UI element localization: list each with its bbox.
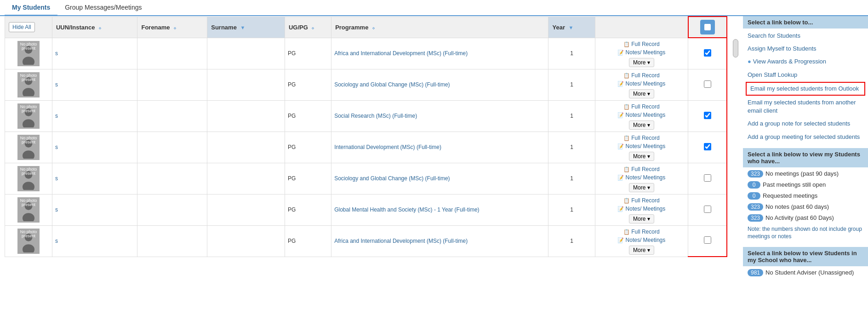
no-photo-label: No photo present xyxy=(17,230,40,239)
sidebar-stats: 323No meetings (past 90 days)0Past meeti… xyxy=(743,168,868,223)
stat-label: No notes (past 60 days) xyxy=(765,203,829,210)
more-button[interactable]: More ▾ xyxy=(629,89,654,98)
sidebar-stat-link[interactable]: 323No notes (past 60 days) xyxy=(748,203,829,210)
notes-meetings-link[interactable]: Notes/ Meetings xyxy=(598,80,685,88)
more-button[interactable]: More ▾ xyxy=(629,58,654,67)
students-table: Hide All UUN/Instance ⬦ Forename ⬦ Surna… xyxy=(5,16,727,257)
col-photo: Hide All xyxy=(5,17,52,38)
col-programme: Programme ⬦ xyxy=(331,17,548,38)
sidebar-email-other[interactable]: Email my selected students from another … xyxy=(743,96,868,117)
uun-link[interactable]: s xyxy=(55,238,58,244)
programme-link[interactable]: Africa and International Development (MS… xyxy=(334,50,468,57)
sidebar-group-meeting[interactable]: Add a group meeting for selected student… xyxy=(743,131,868,143)
row-checkbox[interactable] xyxy=(704,49,711,57)
col-surname: Surname ▼ xyxy=(207,17,285,38)
notes-meetings-link[interactable]: Notes/ Meetings xyxy=(598,205,685,213)
full-record-link[interactable]: Full Record xyxy=(598,165,685,173)
stat-badge: 0 xyxy=(748,192,760,200)
col-select xyxy=(688,17,727,38)
row-checkbox[interactable] xyxy=(704,236,711,244)
hide-all-button[interactable]: Hide All xyxy=(9,22,35,32)
forename-sort-icon[interactable]: ⬦ xyxy=(173,25,177,30)
sidebar-open-staff-lookup[interactable]: Open Staff Lookup xyxy=(743,69,868,81)
row-checkbox[interactable] xyxy=(704,80,711,88)
full-record-link[interactable]: Full Record xyxy=(598,71,685,80)
sidebar-view-awards[interactable]: ●View Awards & Progression xyxy=(743,55,868,68)
uun-link[interactable]: s xyxy=(55,50,58,57)
select-all-icon[interactable] xyxy=(700,20,715,34)
sidebar-stat-item: 0Past meetings still open xyxy=(743,179,868,190)
programme-link[interactable]: Africa and International Development (MS… xyxy=(334,238,468,244)
full-record-link[interactable]: Full Record xyxy=(598,103,685,111)
more-button[interactable]: More ▾ xyxy=(629,214,654,223)
uun-link[interactable]: s xyxy=(55,81,58,88)
col-actions xyxy=(595,17,688,38)
row-checkbox[interactable] xyxy=(704,174,711,182)
more-button[interactable]: More ▾ xyxy=(629,183,654,192)
notes-meetings-link[interactable]: Notes/ Meetings xyxy=(598,173,685,182)
row-checkbox[interactable] xyxy=(704,143,711,150)
full-record-link[interactable]: Full Record xyxy=(598,134,685,142)
more-button[interactable]: More ▾ xyxy=(629,152,654,161)
action-cell: Full Record Notes/ Meetings More ▾ xyxy=(595,225,688,257)
year-sort-icon[interactable]: ▼ xyxy=(569,25,574,30)
sidebar-stat-link[interactable]: 323No Activity (past 60 Days) xyxy=(748,214,834,221)
sidebar-assign-myself[interactable]: Assign Myself to Students xyxy=(743,42,868,55)
uun-link[interactable]: s xyxy=(55,113,58,119)
scrollbar-handle[interactable] xyxy=(733,39,738,57)
ugpg-sort-icon[interactable]: ⬦ xyxy=(311,25,314,30)
table-row: No photo present sPGSocial Research (MSc… xyxy=(5,100,727,132)
table-row: No photo present sPGAfrica and Internati… xyxy=(5,225,727,257)
no-photo-label: No photo present xyxy=(17,74,40,83)
sidebar-section1-header: Select a link below to... xyxy=(743,16,868,29)
full-record-link[interactable]: Full Record xyxy=(598,228,685,236)
avatar-cell: No photo present xyxy=(5,69,52,100)
ugpg-cell: PG xyxy=(285,100,331,132)
sidebar-stat-link[interactable]: 323No meetings (past 90 days) xyxy=(748,170,839,177)
programme-link[interactable]: Global Mental Health and Society (MSc) -… xyxy=(334,206,479,213)
sidebar-stat-link[interactable]: 0Requested meetings xyxy=(748,192,817,199)
programme-cell: Social Research (MSc) (Full-time) xyxy=(331,100,548,132)
notes-meetings-link[interactable]: Notes/ Meetings xyxy=(598,142,685,150)
uun-link[interactable]: s xyxy=(55,144,58,150)
nav-my-students[interactable]: My Students xyxy=(5,0,57,16)
sidebar-note: Note: the numbers shown do not include g… xyxy=(743,223,868,243)
programme-link[interactable]: Sociology and Global Change (MSc) (Full-… xyxy=(334,81,450,88)
uun-link[interactable]: s xyxy=(55,175,58,182)
sidebar-email-outlook[interactable]: Email my selected students from Outlook xyxy=(746,82,865,96)
sidebar-stat3-link[interactable]: 981No Student Adviser (Unassigned) xyxy=(748,269,854,276)
uun-link[interactable]: s xyxy=(55,206,58,213)
year-cell: 1 xyxy=(548,38,595,69)
sidebar-search-students[interactable]: Search for Students xyxy=(743,29,868,42)
sidebar: Select a link below to... Search for Stu… xyxy=(739,16,868,278)
more-button[interactable]: More ▾ xyxy=(629,120,654,130)
notes-meetings-link[interactable]: Notes/ Meetings xyxy=(598,236,685,244)
full-record-link[interactable]: Full Record xyxy=(598,40,685,48)
row-checkbox[interactable] xyxy=(704,206,711,213)
uun-cell: s xyxy=(52,225,137,257)
programme-link[interactable]: International Development (MSc) (Full-ti… xyxy=(334,144,441,150)
programme-sort-icon[interactable]: ⬦ xyxy=(372,25,375,30)
surname-sort-icon[interactable]: ▼ xyxy=(240,25,246,30)
nav-group-messages[interactable]: Group Messages/Meetings xyxy=(57,0,149,15)
svg-point-12 xyxy=(23,213,34,221)
stat-badge: 323 xyxy=(748,203,763,211)
checkbox-cell xyxy=(688,194,727,225)
notes-meetings-link[interactable]: Notes/ Meetings xyxy=(598,111,685,119)
sidebar-stat3-item: 981No Student Adviser (Unassigned) xyxy=(743,267,868,278)
uun-sort-icon[interactable]: ⬦ xyxy=(98,25,102,30)
notes-meetings-link[interactable]: Notes/ Meetings xyxy=(598,48,685,57)
svg-point-2 xyxy=(23,57,34,65)
year-cell: 1 xyxy=(548,100,595,132)
programme-link[interactable]: Social Research (MSc) (Full-time) xyxy=(334,113,417,119)
programme-link[interactable]: Sociology and Global Change (MSc) (Full-… xyxy=(334,175,450,182)
table-wrapper: Hide All UUN/Instance ⬦ Forename ⬦ Surna… xyxy=(5,16,727,257)
row-checkbox[interactable] xyxy=(704,112,711,119)
forename-cell xyxy=(137,132,207,163)
sidebar-group-note[interactable]: Add a group note for selected students xyxy=(743,117,868,130)
more-button[interactable]: More ▾ xyxy=(629,246,654,255)
sidebar-stat-link[interactable]: 0Past meetings still open xyxy=(748,181,826,188)
full-record-link[interactable]: Full Record xyxy=(598,196,685,205)
action-cell: Full Record Notes/ Meetings More ▾ xyxy=(595,163,688,194)
col-ugpg: UG/PG ⬦ xyxy=(285,17,331,38)
